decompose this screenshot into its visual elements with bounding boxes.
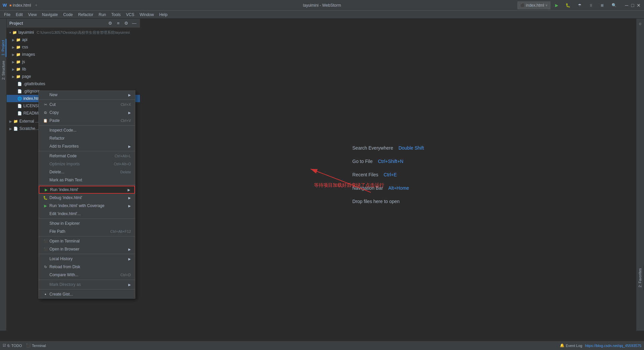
css-folder-icon: 📁 (16, 45, 21, 49)
menu-code[interactable]: Code (60, 12, 75, 18)
menubar: File Edit View Navigate Code Refactor Ru… (0, 11, 644, 19)
debug-button[interactable]: 🐛 (563, 1, 573, 9)
menu-help[interactable]: Help (157, 12, 170, 18)
ctx-open-browser[interactable]: ⬛ Open in Browser ▶ (39, 245, 135, 253)
ctx-reformat[interactable]: Reformat Code Ctrl+Alt+L (39, 152, 135, 160)
ctx-local-history[interactable]: Local History ▶ (39, 255, 135, 263)
css-arrow: ▶ (12, 45, 15, 49)
ctx-run[interactable]: ▶ Run 'index.html' ▶ (39, 186, 135, 194)
ctx-mark-plain-text[interactable]: Mark as Plain Text (39, 176, 135, 184)
indexhtml-icon: 🌐 (17, 97, 22, 101)
tree-page[interactable]: ▶ 📁 page (7, 73, 140, 80)
project-panel-title: Project (9, 21, 23, 26)
new-icon (43, 92, 48, 98)
menu-tools[interactable]: Tools (109, 12, 123, 18)
readme-icon: 📄 (17, 111, 22, 116)
tree-root[interactable]: ▾ 📁 layuimini C:\Users\13057\Desktop\高校学… (7, 29, 140, 36)
ctx-open-terminal[interactable]: ⬛ Open in Terminal (39, 237, 135, 245)
coverage-icon: ▶ (43, 203, 48, 208)
menu-vcs[interactable]: VCS (123, 12, 137, 18)
ctx-add-favorites[interactable]: Add to Favorites ▶ (39, 142, 135, 150)
plus-tab-btn[interactable]: + (34, 3, 39, 8)
right-icon-1[interactable]: ⚙ (637, 20, 644, 27)
license-icon: 📄 (17, 104, 22, 108)
external-icon: 📁 (13, 119, 18, 124)
csdn-url-link[interactable]: https://blog.csdn.net/qq_45593575 (585, 344, 641, 348)
ctx-mark-directory[interactable]: Mark Directory as ▶ (39, 281, 135, 289)
menu-file[interactable]: File (1, 12, 13, 18)
ctx-edit[interactable]: Edit 'index.html'... (39, 210, 135, 218)
run-button[interactable]: ▶ (552, 1, 561, 9)
run-icon: ▶ (43, 187, 49, 192)
tree-gitattributes[interactable]: 📄 .gitattributes (7, 80, 140, 88)
main-layout: 1: Project 2: Structure Project ⚙ ≡ ⚙ — … (0, 19, 644, 331)
root-folder-icon: 📁 (12, 30, 17, 35)
sep7 (39, 254, 135, 254)
sep4 (39, 185, 135, 185)
page-label: page (22, 74, 31, 79)
ctx-refactor[interactable]: Refactor (39, 134, 135, 142)
menu-view[interactable]: View (25, 12, 39, 18)
ctx-run-coverage[interactable]: ▶ Run 'index.html' with Coverage ▶ (39, 202, 135, 210)
ctx-create-gist[interactable]: ● Create Gist... (39, 290, 135, 298)
close-button[interactable]: ✕ (636, 3, 641, 8)
ctx-show-explorer[interactable]: Show in Explorer (39, 219, 135, 227)
ctx-new[interactable]: New ▶ (39, 91, 135, 99)
statusbar-right: 🔔 Event Log https://blog.csdn.net/qq_455… (560, 343, 641, 348)
run-config-selector[interactable]: ⬛ index.html ▾ (517, 1, 550, 9)
menu-navigate[interactable]: Navigate (39, 12, 60, 18)
ctx-optimize-imports[interactable]: Optimize Imports Ctrl+Alt+O (39, 160, 135, 168)
expand-icon[interactable]: ≡ (115, 20, 121, 26)
structure-panel-tab[interactable]: 2: Structure (1, 59, 6, 81)
menu-edit[interactable]: Edit (13, 12, 25, 18)
scratches-arrow: ▶ (9, 127, 12, 131)
lib-arrow: ▶ (12, 67, 15, 71)
event-log-button[interactable]: 🔔 Event Log (560, 343, 583, 348)
ctx-inspect-code[interactable]: Inspect Code... (39, 126, 135, 134)
tree-js[interactable]: ▶ 📁 js (7, 58, 140, 65)
stop-button[interactable]: ⏹ (598, 1, 607, 9)
ctx-compare[interactable]: Compare With... Ctrl+D (39, 271, 135, 279)
ctx-copy[interactable]: ⧉ Copy ▶ (39, 109, 135, 117)
images-label: images (22, 52, 35, 57)
license-label: LICENSE (23, 104, 40, 108)
debug-icon: 🐛 (43, 195, 48, 200)
maximize-button[interactable]: □ (630, 3, 635, 8)
copy-icon: ⧉ (43, 110, 48, 115)
pause-button[interactable]: ⏸ (586, 1, 596, 9)
terminal-button[interactable]: ⬛ Terminal (26, 343, 46, 348)
hide-panel-icon[interactable]: — (131, 20, 137, 26)
tree-css[interactable]: ▶ 📁 css (7, 43, 140, 51)
ctx-file-path[interactable]: File Path Ctrl+Alt+F12 (39, 227, 135, 235)
menu-run[interactable]: Run (96, 12, 109, 18)
titlebar-title: layuimini - WebStorm (303, 3, 341, 8)
tree-lib[interactable]: ▶ 📁 lib (7, 65, 140, 73)
project-tab[interactable]: ■ index.html (9, 3, 31, 8)
ctx-debug[interactable]: 🐛 Debug 'index.html' ▶ (39, 194, 135, 202)
settings-icon[interactable]: ⚙ (107, 20, 113, 26)
tree-api[interactable]: ▶ 📁 api (7, 36, 140, 43)
coverage-button[interactable]: ☂ (575, 1, 584, 9)
reload-icon: ↻ (43, 264, 48, 270)
lib-folder-icon: 📁 (16, 67, 21, 71)
todo-button[interactable]: ☑ 6: TODO (3, 343, 22, 348)
ctx-cut[interactable]: ✂ Cut Ctrl+X (39, 101, 135, 109)
menu-refactor[interactable]: Refactor (75, 12, 96, 18)
ctx-reload-disk[interactable]: ↻ Reload from Disk (39, 263, 135, 271)
favorites-tab[interactable]: 2: Favorites (637, 266, 644, 290)
project-panel-icons: ⚙ ≡ ⚙ — (107, 20, 137, 26)
project-panel-tab[interactable]: 1: Project (0, 39, 6, 57)
event-log-icon: 🔔 (560, 343, 565, 348)
root-arrow: ▾ (9, 31, 11, 34)
sep6 (39, 236, 135, 236)
ctx-delete[interactable]: Delete... Delete (39, 168, 135, 176)
search-everywhere-button[interactable]: 🔍 (609, 1, 619, 9)
api-arrow: ▶ (12, 38, 15, 42)
js-folder-icon: 📁 (16, 60, 21, 64)
inspect-icon (43, 128, 48, 133)
gear-icon[interactable]: ⚙ (123, 20, 129, 26)
menu-window[interactable]: Window (137, 12, 157, 18)
minimize-button[interactable]: ─ (624, 3, 629, 8)
tree-images[interactable]: ▶ 📁 images (7, 51, 140, 58)
ctx-paste[interactable]: 📋 Paste Ctrl+V (39, 117, 135, 125)
